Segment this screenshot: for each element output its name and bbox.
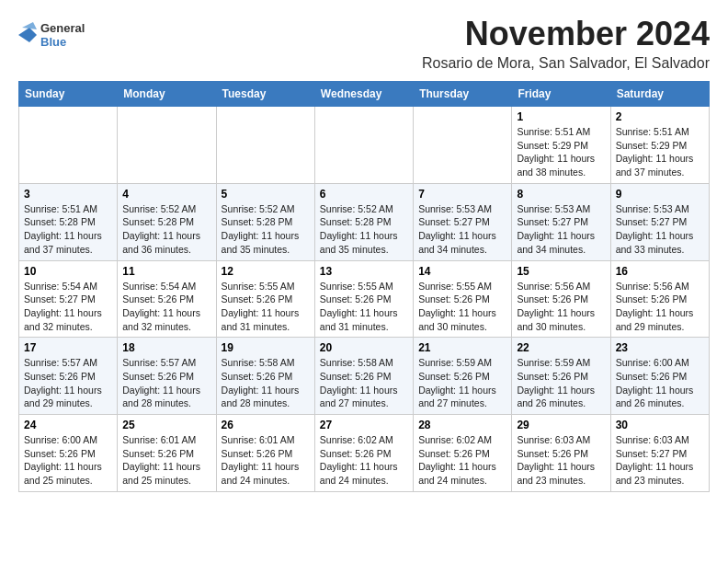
- day-cell: 4Sunrise: 5:52 AMSunset: 5:28 PMDaylight…: [118, 183, 216, 260]
- day-info: Sunrise: 5:55 AMSunset: 5:26 PMDaylight:…: [320, 280, 408, 334]
- day-number: 9: [616, 188, 704, 201]
- day-number: 6: [320, 188, 408, 201]
- week-row-2: 3Sunrise: 5:51 AMSunset: 5:28 PMDaylight…: [19, 183, 710, 260]
- day-cell: 24Sunrise: 6:00 AMSunset: 5:26 PMDayligh…: [19, 415, 118, 492]
- day-cell: 15Sunrise: 5:56 AMSunset: 5:26 PMDayligh…: [512, 260, 610, 338]
- weekday-header-saturday: Saturday: [610, 82, 709, 107]
- day-cell: [216, 107, 314, 184]
- day-cell: 9Sunrise: 5:53 AMSunset: 5:27 PMDaylight…: [610, 183, 709, 260]
- day-info: Sunrise: 5:56 AMSunset: 5:26 PMDaylight:…: [616, 280, 704, 334]
- logo-text: General Blue: [40, 21, 85, 49]
- day-number: 8: [517, 188, 605, 201]
- day-info: Sunrise: 5:53 AMSunset: 5:27 PMDaylight:…: [517, 202, 605, 257]
- day-info: Sunrise: 5:55 AMSunset: 5:26 PMDaylight:…: [222, 280, 310, 334]
- day-info: Sunrise: 5:53 AMSunset: 5:27 PMDaylight:…: [616, 202, 704, 257]
- day-cell: 12Sunrise: 5:55 AMSunset: 5:26 PMDayligh…: [216, 260, 314, 338]
- day-cell: 28Sunrise: 6:02 AMSunset: 5:26 PMDayligh…: [414, 415, 512, 492]
- day-cell: 11Sunrise: 5:54 AMSunset: 5:26 PMDayligh…: [118, 260, 216, 338]
- day-cell: 13Sunrise: 5:55 AMSunset: 5:26 PMDayligh…: [314, 260, 413, 338]
- day-cell: 2Sunrise: 5:51 AMSunset: 5:29 PMDaylight…: [610, 107, 709, 184]
- day-number: 28: [418, 419, 506, 431]
- day-info: Sunrise: 5:55 AMSunset: 5:26 PMDaylight:…: [418, 280, 506, 334]
- day-cell: 30Sunrise: 6:03 AMSunset: 5:27 PMDayligh…: [610, 415, 709, 492]
- day-cell: 19Sunrise: 5:58 AMSunset: 5:26 PMDayligh…: [216, 338, 314, 415]
- day-info: Sunrise: 6:01 AMSunset: 5:26 PMDaylight:…: [122, 433, 210, 488]
- day-cell: 22Sunrise: 5:59 AMSunset: 5:26 PMDayligh…: [512, 338, 610, 415]
- weekday-header-monday: Monday: [118, 82, 216, 107]
- day-cell: 5Sunrise: 5:52 AMSunset: 5:28 PMDaylight…: [216, 183, 314, 260]
- day-info: Sunrise: 5:57 AMSunset: 5:26 PMDaylight:…: [24, 356, 112, 410]
- day-cell: [19, 107, 118, 184]
- svg-marker-0: [18, 28, 37, 42]
- day-number: 7: [418, 188, 506, 201]
- week-row-4: 17Sunrise: 5:57 AMSunset: 5:26 PMDayligh…: [19, 338, 710, 415]
- day-number: 2: [616, 110, 704, 123]
- day-info: Sunrise: 5:57 AMSunset: 5:26 PMDaylight:…: [122, 356, 210, 410]
- title-area: November 2024 Rosario de Mora, San Salva…: [422, 15, 710, 72]
- day-number: 25: [122, 419, 210, 431]
- day-number: 23: [616, 341, 704, 354]
- day-cell: [118, 107, 216, 184]
- day-number: 12: [222, 265, 310, 278]
- location: Rosario de Mora, San Salvador, El Salvad…: [422, 55, 710, 72]
- svg-marker-1: [22, 22, 37, 29]
- day-number: 24: [24, 419, 112, 431]
- day-number: 22: [517, 341, 605, 354]
- week-row-1: 1Sunrise: 5:51 AMSunset: 5:29 PMDaylight…: [19, 107, 710, 184]
- day-cell: 23Sunrise: 6:00 AMSunset: 5:26 PMDayligh…: [610, 338, 709, 415]
- day-number: 21: [418, 341, 506, 354]
- day-number: 30: [616, 419, 704, 431]
- day-number: 14: [418, 265, 506, 278]
- day-cell: 17Sunrise: 5:57 AMSunset: 5:26 PMDayligh…: [19, 338, 118, 415]
- day-info: Sunrise: 6:00 AMSunset: 5:26 PMDaylight:…: [616, 356, 704, 410]
- header: General Blue November 2024 Rosario de Mo…: [18, 15, 710, 72]
- day-info: Sunrise: 6:03 AMSunset: 5:27 PMDaylight:…: [616, 433, 704, 488]
- day-number: 11: [122, 265, 210, 278]
- day-number: 18: [122, 341, 210, 354]
- weekday-header-wednesday: Wednesday: [314, 82, 413, 107]
- day-number: 5: [222, 188, 310, 201]
- logo-bird-icon: [18, 18, 37, 52]
- day-number: 17: [24, 341, 112, 354]
- day-info: Sunrise: 5:52 AMSunset: 5:28 PMDaylight:…: [222, 202, 310, 257]
- calendar-table: SundayMondayTuesdayWednesdayThursdayFrid…: [18, 81, 710, 492]
- day-cell: 20Sunrise: 5:58 AMSunset: 5:26 PMDayligh…: [314, 338, 413, 415]
- day-info: Sunrise: 5:59 AMSunset: 5:26 PMDaylight:…: [418, 356, 506, 410]
- weekday-header-friday: Friday: [512, 82, 610, 107]
- day-number: 16: [616, 265, 704, 278]
- day-info: Sunrise: 5:52 AMSunset: 5:28 PMDaylight:…: [122, 202, 210, 257]
- day-cell: [314, 107, 413, 184]
- day-number: 10: [24, 265, 112, 278]
- day-number: 4: [122, 188, 210, 201]
- day-info: Sunrise: 5:59 AMSunset: 5:26 PMDaylight:…: [517, 356, 605, 410]
- day-cell: 1Sunrise: 5:51 AMSunset: 5:29 PMDaylight…: [512, 107, 610, 184]
- day-cell: 16Sunrise: 5:56 AMSunset: 5:26 PMDayligh…: [610, 260, 709, 338]
- logo-container: General Blue: [18, 18, 85, 52]
- day-info: Sunrise: 6:02 AMSunset: 5:26 PMDaylight:…: [320, 433, 408, 488]
- day-info: Sunrise: 5:53 AMSunset: 5:27 PMDaylight:…: [418, 202, 506, 257]
- logo: General Blue: [18, 18, 85, 52]
- day-info: Sunrise: 5:52 AMSunset: 5:28 PMDaylight:…: [320, 202, 408, 257]
- day-info: Sunrise: 5:58 AMSunset: 5:26 PMDaylight:…: [320, 356, 408, 410]
- day-cell: 10Sunrise: 5:54 AMSunset: 5:27 PMDayligh…: [19, 260, 118, 338]
- day-cell: 21Sunrise: 5:59 AMSunset: 5:26 PMDayligh…: [414, 338, 512, 415]
- month-title: November 2024: [422, 15, 710, 53]
- day-info: Sunrise: 5:56 AMSunset: 5:26 PMDaylight:…: [517, 280, 605, 334]
- weekday-header-thursday: Thursday: [414, 82, 512, 107]
- weekday-header-tuesday: Tuesday: [216, 82, 314, 107]
- day-cell: 7Sunrise: 5:53 AMSunset: 5:27 PMDaylight…: [414, 183, 512, 260]
- day-number: 13: [320, 265, 408, 278]
- day-cell: [414, 107, 512, 184]
- day-info: Sunrise: 5:58 AMSunset: 5:26 PMDaylight:…: [222, 356, 310, 410]
- day-number: 19: [222, 341, 310, 354]
- day-cell: 27Sunrise: 6:02 AMSunset: 5:26 PMDayligh…: [314, 415, 413, 492]
- day-cell: 6Sunrise: 5:52 AMSunset: 5:28 PMDaylight…: [314, 183, 413, 260]
- day-cell: 26Sunrise: 6:01 AMSunset: 5:26 PMDayligh…: [216, 415, 314, 492]
- day-info: Sunrise: 6:03 AMSunset: 5:26 PMDaylight:…: [517, 433, 605, 488]
- day-info: Sunrise: 6:01 AMSunset: 5:26 PMDaylight:…: [222, 433, 310, 488]
- day-cell: 29Sunrise: 6:03 AMSunset: 5:26 PMDayligh…: [512, 415, 610, 492]
- day-info: Sunrise: 5:51 AMSunset: 5:29 PMDaylight:…: [517, 125, 605, 179]
- day-info: Sunrise: 6:00 AMSunset: 5:26 PMDaylight:…: [24, 433, 112, 488]
- day-number: 27: [320, 419, 408, 431]
- day-number: 15: [517, 265, 605, 278]
